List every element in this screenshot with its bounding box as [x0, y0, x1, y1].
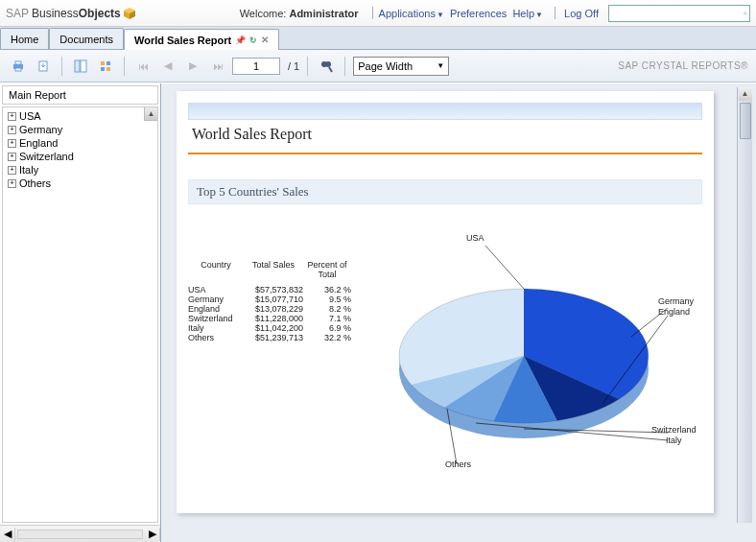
logo-business: BusinessObjects [32, 7, 121, 20]
expand-icon[interactable]: + [8, 179, 16, 188]
crystal-reports-watermark: SAP CRYSTAL REPORTS® [618, 60, 748, 71]
svg-line-20 [485, 246, 524, 289]
tab-world-sales-report[interactable]: World Sales Report 📌 ↻ ✕ [124, 29, 279, 50]
table-row: USA$57,573,83236.2 % [188, 285, 361, 295]
chart-section: Country Total Sales Percent of Total USA… [188, 212, 702, 481]
svg-line-4 [746, 13, 747, 14]
first-page-button[interactable]: ⏮ [132, 56, 154, 77]
page-header-band [188, 103, 702, 120]
scroll-thumb[interactable] [740, 103, 751, 139]
svg-rect-10 [81, 60, 86, 72]
report-viewport[interactable]: World Sales Report Top 5 Countries' Sale… [165, 87, 752, 538]
table-row: England$13,078,2298.2 % [188, 304, 361, 314]
header-links: Applications▼ Preferences Help▼ Log Off [366, 7, 599, 19]
slice-label: USA [466, 233, 484, 243]
table-row: Others$51,239,71332.2 % [188, 333, 361, 342]
svg-rect-6 [15, 61, 21, 64]
table-row: Italy$11,042,2006.9 % [188, 323, 361, 333]
slice-label: England [658, 307, 690, 317]
table-row: Switzerland$11,228,0007.1 % [188, 314, 361, 323]
help-link[interactable]: Help▼ [512, 8, 543, 19]
scroll-up-button[interactable]: ▲ [739, 87, 752, 101]
print-button[interactable] [8, 56, 29, 77]
page-total-label: / 1 [288, 60, 299, 72]
page-number-input[interactable] [232, 58, 280, 75]
svg-rect-13 [101, 67, 105, 71]
chevron-down-icon: ▼ [437, 61, 444, 70]
expand-icon[interactable]: + [8, 166, 16, 175]
svg-rect-14 [106, 67, 110, 71]
tree-item[interactable]: +Others [5, 177, 155, 190]
sidebar: Main Report ▲ +USA +Germany +England +Sw… [0, 83, 161, 542]
app-header: SAP BusinessObjects Welcome: Administrat… [0, 0, 756, 27]
tree-item[interactable]: +Switzerland [5, 150, 155, 163]
logoff-link[interactable]: Log Off [564, 8, 599, 19]
slice-label: Italy [666, 436, 682, 445]
search-input[interactable] [611, 8, 744, 19]
find-button[interactable] [316, 56, 337, 77]
table-header-row: Country Total Sales Percent of Total [188, 260, 361, 279]
logo-cube-icon [124, 8, 135, 19]
h-scrollbar[interactable] [17, 530, 143, 539]
search-icon[interactable] [744, 8, 747, 19]
tree-item[interactable]: +USA [5, 109, 155, 123]
logo-sap: SAP [6, 7, 29, 20]
pin-icon[interactable]: 📌 [235, 35, 246, 45]
applications-link[interactable]: Applications▼ [379, 8, 444, 19]
last-page-button[interactable]: ⏭ [207, 56, 228, 77]
next-page-button[interactable]: ▶ [182, 56, 203, 77]
prev-page-button[interactable]: ◀ [157, 56, 178, 77]
data-table: Country Total Sales Percent of Total USA… [188, 260, 361, 481]
slice-label: Switzerland [651, 425, 697, 435]
svg-point-3 [744, 12, 746, 13]
group-tree: ▲ +USA +Germany +England +Switzerland +I… [2, 106, 158, 523]
sidebar-footer: ◀ ▶ [0, 525, 160, 542]
preferences-link[interactable]: Preferences [450, 8, 507, 19]
tree-item[interactable]: +Germany [5, 123, 155, 136]
svg-rect-9 [75, 60, 80, 72]
report-area: World Sales Report Top 5 Countries' Sale… [161, 83, 756, 542]
scroll-up-button[interactable]: ▲ [144, 107, 157, 121]
params-button[interactable] [95, 56, 116, 77]
svg-line-17 [329, 67, 332, 72]
tab-home[interactable]: Home [0, 28, 49, 49]
divider [188, 153, 702, 154]
section-title: Top 5 Countries' Sales [188, 179, 702, 204]
tree-toggle-button[interactable] [70, 56, 91, 77]
svg-rect-11 [101, 61, 105, 65]
svg-rect-12 [106, 61, 110, 65]
slice-label: Others [445, 460, 471, 469]
logo: SAP BusinessObjects [6, 7, 135, 20]
tab-documents[interactable]: Documents [49, 28, 124, 49]
sidebar-title[interactable]: Main Report [2, 85, 158, 105]
caret-down-icon: ▼ [535, 11, 543, 19]
expand-icon[interactable]: + [8, 139, 16, 148]
expand-icon[interactable]: + [8, 112, 16, 121]
report-page: World Sales Report Top 5 Countries' Sale… [177, 91, 714, 513]
report-title: World Sales Report [192, 126, 698, 143]
expand-icon[interactable]: + [8, 126, 16, 134]
svg-rect-7 [15, 68, 21, 71]
tree-item[interactable]: +England [5, 136, 155, 150]
pie-chart: USA Germany England Switzerland Italy Ot… [361, 212, 687, 481]
v-scrollbar[interactable]: ▲ [737, 87, 752, 523]
report-toolbar: ⏮ ◀ ▶ ⏭ / 1 Page Width ▼ SAP CRYSTAL REP… [0, 50, 756, 82]
svg-point-16 [325, 61, 331, 67]
table-row: Germany$15,077,7109.5 % [188, 295, 361, 304]
scroll-right-button[interactable]: ▶ [145, 528, 160, 541]
welcome-text: Welcome: Administrator [240, 8, 359, 19]
body-area: Main Report ▲ +USA +Germany +England +Sw… [0, 82, 756, 542]
scroll-left-button[interactable]: ◀ [0, 528, 15, 541]
close-icon[interactable]: ✕ [261, 35, 269, 45]
refresh-icon[interactable]: ↻ [249, 35, 257, 45]
caret-down-icon: ▼ [437, 11, 444, 19]
expand-icon[interactable]: + [8, 153, 16, 161]
tree-item[interactable]: +Italy [5, 163, 155, 177]
search-box[interactable] [608, 5, 750, 22]
zoom-select[interactable]: Page Width ▼ [353, 57, 449, 76]
tab-bar: Home Documents World Sales Report 📌 ↻ ✕ [0, 27, 756, 50]
export-button[interactable] [33, 56, 54, 77]
slice-label: Germany [658, 296, 694, 306]
